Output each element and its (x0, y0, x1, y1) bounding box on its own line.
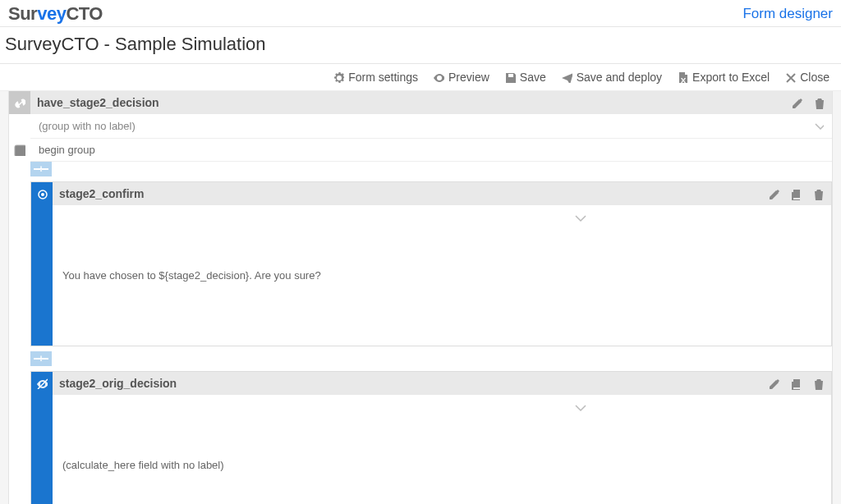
caret-down-icon (575, 213, 821, 338)
group-sub-row: (group with no label) (9, 114, 832, 138)
add-between-1[interactable]: + (30, 162, 832, 176)
topbar: SurveyCTO Form designer (0, 0, 841, 27)
gear-icon (333, 71, 344, 83)
group-name: have_stage2_decision (37, 96, 791, 109)
field-header[interactable]: stage2_orig_decision (53, 372, 831, 395)
page-title: SurveyCTO - Sample Simulation (5, 34, 831, 55)
export-excel-button[interactable]: Export to Excel (677, 71, 770, 84)
eye-off-icon (36, 378, 48, 389)
begin-group-row: begin group (9, 138, 832, 162)
field-stage2-confirm: stage2_confirm You have chosen to ${stag… (30, 181, 832, 346)
caret-down-icon (815, 120, 824, 132)
field-name: stage2_orig_decision (59, 377, 768, 390)
save-deploy-button[interactable]: Save and deploy (561, 71, 662, 84)
trash-icon[interactable] (812, 188, 825, 200)
field-header[interactable]: stage2_confirm (53, 182, 831, 205)
link-icon (14, 97, 25, 108)
field-label[interactable]: (calculate_here field with no label) (53, 395, 831, 504)
group-children: + stage2_confirm (9, 162, 832, 504)
form-designer-link[interactable]: Form designer (742, 6, 833, 22)
send-icon (561, 71, 572, 83)
edit-icon[interactable] (768, 378, 780, 390)
floppy-icon (504, 71, 516, 83)
field-gutter-body (31, 395, 53, 504)
trash-icon[interactable] (812, 378, 825, 390)
outer-frame: have_stage2_decision (group with no labe… (8, 91, 833, 504)
field-label[interactable]: You have chosen to ${stage2_decision}. A… (53, 205, 831, 346)
group-header-row: have_stage2_decision (9, 91, 832, 114)
field-gutter-body (31, 205, 53, 346)
x-icon (784, 71, 796, 83)
field-gutter[interactable] (31, 182, 53, 205)
group-gutter-blank (9, 114, 30, 138)
title-row: SurveyCTO - Sample Simulation (0, 27, 841, 64)
collapse-toggle[interactable] (9, 138, 30, 162)
copy-icon[interactable] (790, 378, 802, 390)
minus-icon (14, 144, 25, 156)
begin-group-label: begin group (30, 138, 832, 162)
form-settings-button[interactable]: Form settings (333, 71, 418, 84)
edit-icon[interactable] (791, 97, 803, 109)
group-sub-label[interactable]: (group with no label) (30, 114, 832, 138)
group-header[interactable]: have_stage2_decision (30, 91, 832, 114)
edit-icon[interactable] (768, 188, 780, 200)
field-stage2-orig-decision: stage2_orig_decision (calculate_here fie… (30, 371, 832, 504)
trash-icon[interactable] (813, 97, 825, 109)
copy-icon[interactable] (790, 188, 802, 200)
preview-button[interactable]: Preview (433, 71, 489, 84)
toolbar: Form settings Preview Save Save and depl… (0, 64, 841, 90)
group-gutter[interactable] (9, 91, 30, 114)
canvas: have_stage2_decision (group with no labe… (0, 90, 841, 504)
target-icon (36, 188, 48, 199)
add-between-2[interactable]: + (30, 351, 832, 366)
close-button[interactable]: Close (784, 71, 830, 84)
caret-down-icon (575, 402, 821, 504)
excel-icon (677, 71, 688, 83)
field-name: stage2_confirm (59, 187, 768, 200)
save-button[interactable]: Save (504, 71, 546, 84)
eye-icon (433, 71, 444, 83)
logo: SurveyCTO (8, 3, 103, 25)
field-gutter[interactable] (31, 372, 53, 395)
